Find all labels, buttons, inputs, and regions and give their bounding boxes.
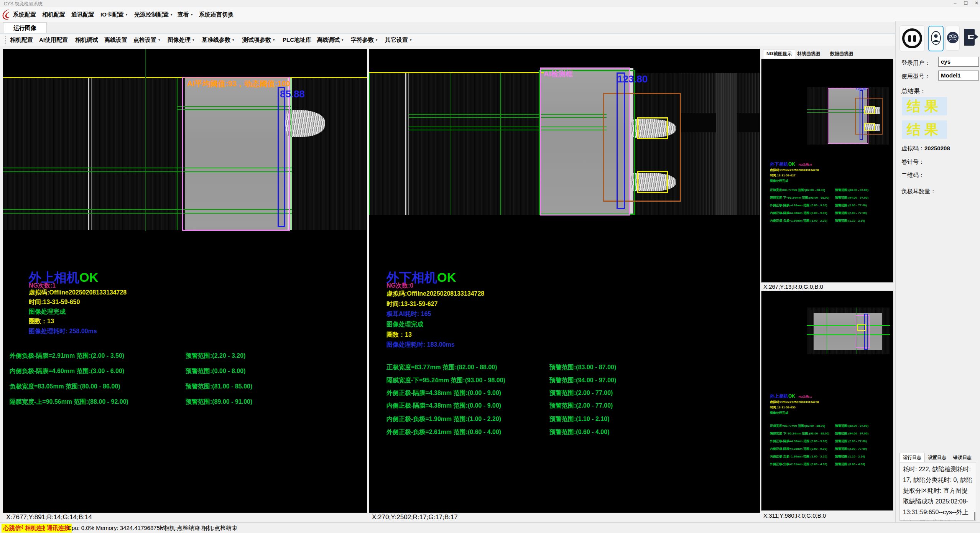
window-title: CYS-视觉检测系统 (4, 1, 43, 7)
log-scrollbar[interactable] (974, 512, 975, 520)
toolbar-grip-handle[interactable] (5, 36, 6, 44)
measurement-row: 正极宽度=83.77mm 范围:(82.00 - 88.00) (386, 364, 497, 372)
upper-camera-status-text: 上相机:点检结束 (158, 525, 200, 532)
control-sidebar (895, 21, 980, 522)
tab-material-curve[interactable]: 料线曲线图 (794, 49, 823, 58)
lower-camera-status-text: 下相机:点检结束 (196, 525, 237, 532)
tool-baseline-params[interactable]: 基准线参数 (202, 36, 234, 44)
measurement-row: 内侧正极-负极=1.90mm 范围:(1.00 - 2.20) (386, 415, 501, 423)
film-edge-stripe (88, 78, 89, 230)
thumb1-cursor-status: X:267;Y:13;R:0;G:0;B:0 (761, 283, 896, 291)
side-panel-tabs: NG截图显示 料线曲线图 数据曲线图 (761, 49, 893, 59)
menu-item-comm-config[interactable]: 通讯配置 (71, 11, 94, 18)
width-measure-box-blue (617, 72, 625, 209)
menu-item-view[interactable]: 查看 (178, 11, 193, 18)
measurement-row: 外侧负极-隔膜=2.91mm 范围:(2.00 - 3.50) (10, 352, 124, 360)
process-done-text: 图像处理完成 (29, 308, 66, 316)
warn-range: 预警范围:(81.00 - 85.00) (186, 383, 252, 391)
model-field[interactable]: Model1 (938, 71, 979, 81)
pause-button[interactable] (899, 25, 925, 51)
measurement-row: 隔膜宽度-下=95.24mm 范围:(93.00 - 98.00) (386, 377, 505, 385)
camera-ok: OK (437, 270, 456, 285)
tab-error-log[interactable]: 错误日志 (950, 453, 975, 462)
virtual-code-text: 虚拟码:Offline20250208133134728 (29, 289, 127, 297)
menu-item-light-control[interactable]: 光源控制配置 (134, 11, 173, 18)
login-user-field[interactable]: cys (938, 57, 979, 67)
menu-item-camera-config[interactable]: 相机配置 (42, 11, 65, 18)
ng-thumbnail-2[interactable]: 外上相机OK NG次数:1 虚拟码:Offline202502081331347… (761, 291, 893, 511)
tab-data-curve[interactable]: 数据曲线图 (827, 49, 856, 58)
right-camera-viewport[interactable]: AI检测框 123.80 外下相机OK NG次数:0 虚拟码:Offline20… (369, 49, 760, 513)
warn-range: 预警范围:(2.00 - 77.00) (549, 402, 613, 410)
tab-run-log[interactable]: 运行日志 (899, 453, 925, 463)
tool-other-settings[interactable]: 其它设置 (385, 36, 412, 44)
user-manage-button[interactable] (945, 26, 960, 51)
login-user-label: 登录用户： (901, 59, 930, 67)
tool-char-params[interactable]: 字符参数 (351, 36, 378, 44)
tab-setting-log[interactable]: 设置日志 (925, 453, 949, 462)
qr-code-label: 二维码： (901, 172, 924, 179)
tool-camera-debug[interactable]: 相机调试 (75, 36, 98, 44)
tool-ai-use-config[interactable]: AI使用配置 (39, 36, 68, 44)
ng-thumbnail-1[interactable]: 123.80 外下相机OK NG次数:0 虚拟码:Offline20250208… (761, 59, 893, 283)
tool-plc-address-lib[interactable]: PLC地址库 (283, 36, 311, 44)
minimize-icon[interactable]: – (950, 0, 960, 7)
tab-detect-box-yellow (637, 171, 668, 193)
tool-camera-config[interactable]: 相机配置 (10, 36, 33, 44)
close-icon[interactable]: ✕ (972, 0, 980, 7)
menu-item-system-config[interactable]: 系统配置 (13, 11, 36, 18)
camera-ok: OK (79, 270, 99, 285)
tool-offline-debug[interactable]: 离线调试 (317, 36, 344, 44)
tab-run-image[interactable]: 运行图像 (3, 22, 47, 33)
warn-range: 预警范围:(2.20 - 3.20) (186, 352, 245, 360)
current-user-button[interactable] (928, 26, 944, 51)
loop-count-text: 圈数：13 (386, 331, 412, 339)
menu-item-language-switch[interactable]: 系统语言切换 (199, 11, 233, 18)
width-value-text: 85.88 (280, 88, 305, 100)
reference-vline-dark-green (145, 49, 146, 231)
loop-count-text: 圈数：13 (29, 317, 54, 326)
warn-range: 预警范围:(1.10 - 2.10) (549, 415, 609, 423)
ng-count-text: NG次数:0 (386, 282, 413, 290)
tab-detect-box-yellow (637, 117, 668, 139)
tab-ng-capture[interactable]: NG截图显示 (763, 49, 795, 59)
left-camera-cursor-status: X:7677;Y:891;R:14;G:14;B:14 (3, 513, 370, 522)
run-log-text[interactable]: 耗时: 222, 缺陷检测耗时: 17, 缺陷分类耗时: 0, 缺陷提取分区耗时… (899, 462, 976, 521)
maximize-icon[interactable]: ☐ (961, 0, 971, 7)
app-window: CYS-视觉检测系统 – ☐ ✕ 系统配置 相机配置 通讯配置 IO卡配置 光源… (0, 0, 980, 533)
film-edge-stripe (91, 78, 92, 230)
reference-vline-dark-green (451, 73, 451, 215)
tool-offline-setting[interactable]: 离线设置 (104, 36, 127, 44)
menu-item-io-card-config[interactable]: IO卡配置 (100, 11, 127, 18)
warn-range: 预警范围:(2.00 - 77.00) (549, 389, 613, 397)
total-result-label: 总结果： (901, 87, 926, 95)
width-measure-box-blue (278, 87, 285, 227)
measure-vline-green (500, 73, 501, 215)
left-camera-viewport[interactable]: AI平均阈值:93，动态阈值:100 85.88 外上相机OK NG次数:1 虚… (3, 49, 367, 513)
elapsed-text: 图像处理耗时: 258.00ms (29, 327, 97, 336)
ai-box-label: AI检测框 (544, 69, 573, 79)
virtual-code-row: 虚拟码：20250208 (901, 145, 950, 152)
measurement-row: 外侧正极-负极=2.61mm 范围:(0.60 - 4.00) (386, 428, 501, 436)
baseline-yellow-line (369, 72, 544, 73)
exit-button[interactable] (962, 25, 980, 51)
elapsed-text: 图像处理耗时: 183.00ms (386, 341, 455, 349)
exit-door-icon (963, 26, 980, 49)
measure-vline-green (369, 73, 370, 215)
measurement-row: 外侧正极-隔膜=4.38mm 范围:(0.00 - 9.00) (386, 389, 501, 397)
right-camera-cursor-status: X:270;Y:2502;R:17;G:17;B:17 (369, 513, 763, 522)
neg-tab-count-label: 负极耳数量： (901, 188, 936, 195)
users-group-icon (947, 31, 959, 45)
warn-range: 预警范围:(94.00 - 97.00) (549, 377, 616, 385)
measurement-row: 内侧正极-隔膜=4.38mm 范围:(0.00 - 9.00) (386, 402, 501, 410)
tool-image-process[interactable]: 图像处理 (168, 36, 194, 44)
ai-threshold-text: AI平均阈值:93，动态阈值:100 (187, 79, 290, 89)
user-icon (931, 30, 941, 48)
result-box-upper: 结果 (902, 97, 947, 115)
measurement-row: 内侧负极-隔膜=4.60mm 范围:(3.00 - 6.00) (10, 367, 124, 375)
tool-test-item-params[interactable]: 测试项参数 (242, 36, 275, 44)
thumb1-title: 外下相机OK NG次数:0 (770, 160, 812, 168)
thumb2-image (807, 308, 890, 354)
ai-time-text: 极耳AI耗时: 165 (386, 310, 431, 318)
tool-spot-check[interactable]: 点检设置 (133, 36, 160, 44)
